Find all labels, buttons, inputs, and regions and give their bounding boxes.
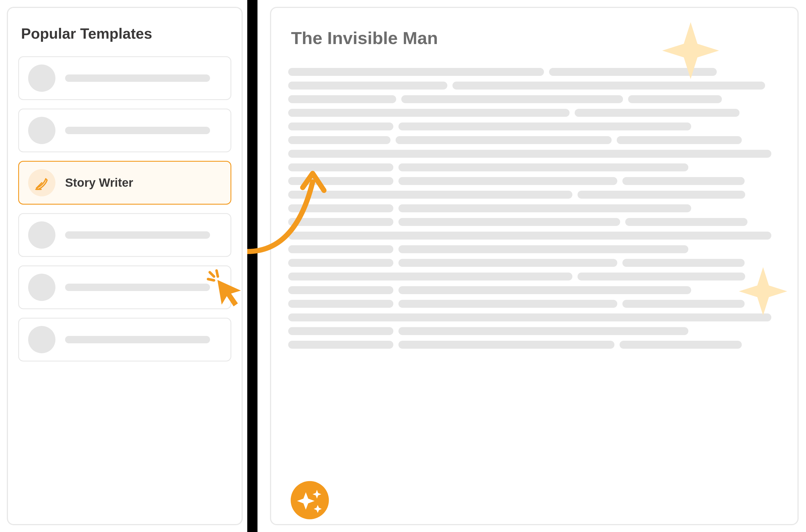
text-placeholder bbox=[288, 68, 544, 76]
template-label: Story Writer bbox=[65, 176, 133, 190]
text-placeholder bbox=[288, 204, 394, 212]
text-placeholder bbox=[288, 218, 394, 226]
text-placeholder bbox=[288, 341, 394, 349]
sidebar-popular-templates: Popular Templates Story Writer bbox=[7, 7, 243, 525]
text-placeholder bbox=[288, 286, 394, 294]
text-placeholder bbox=[396, 136, 612, 144]
vertical-divider bbox=[247, 0, 257, 532]
text-placeholder bbox=[288, 122, 394, 130]
template-item[interactable] bbox=[18, 213, 231, 257]
text-placeholder bbox=[399, 164, 688, 171]
text-placeholder bbox=[399, 122, 691, 130]
text-placeholder bbox=[288, 109, 570, 117]
text-placeholder bbox=[399, 204, 691, 212]
template-item[interactable] bbox=[18, 265, 231, 309]
text-placeholder bbox=[288, 150, 771, 158]
text-placeholder bbox=[577, 272, 745, 281]
template-item-story-writer[interactable]: Story Writer bbox=[18, 161, 231, 205]
template-item[interactable] bbox=[18, 56, 231, 100]
text-placeholder bbox=[288, 95, 396, 103]
template-icon-placeholder bbox=[28, 117, 55, 144]
text-placeholder bbox=[617, 136, 742, 144]
text-placeholder bbox=[619, 341, 742, 349]
text-placeholder bbox=[399, 341, 614, 349]
text-placeholder bbox=[628, 95, 722, 103]
template-label-placeholder bbox=[65, 74, 210, 82]
quill-icon bbox=[28, 169, 55, 196]
text-placeholder bbox=[288, 300, 394, 308]
template-icon-placeholder bbox=[28, 326, 55, 353]
text-placeholder bbox=[399, 245, 688, 253]
template-item[interactable] bbox=[18, 318, 231, 361]
text-placeholder bbox=[399, 177, 617, 185]
text-placeholder bbox=[575, 109, 740, 117]
template-item[interactable] bbox=[18, 109, 231, 152]
text-placeholder bbox=[622, 177, 745, 185]
template-icon-placeholder bbox=[28, 64, 55, 92]
text-placeholder bbox=[399, 286, 691, 294]
text-placeholder bbox=[288, 259, 394, 267]
text-placeholder bbox=[399, 259, 617, 267]
text-placeholder bbox=[288, 177, 394, 185]
text-placeholder bbox=[625, 218, 747, 226]
template-label-placeholder bbox=[65, 284, 210, 291]
document-body-placeholder bbox=[288, 68, 781, 349]
document-title: The Invisible Man bbox=[291, 28, 781, 48]
template-icon-placeholder bbox=[28, 274, 55, 301]
text-placeholder bbox=[399, 218, 620, 226]
template-label-placeholder bbox=[65, 336, 210, 343]
text-placeholder bbox=[549, 68, 717, 76]
text-placeholder bbox=[401, 95, 623, 103]
document-preview: The Invisible Man bbox=[270, 7, 799, 525]
text-placeholder bbox=[288, 327, 394, 335]
template-icon-placeholder bbox=[28, 221, 55, 249]
text-placeholder bbox=[453, 81, 765, 90]
text-placeholder bbox=[577, 191, 745, 198]
template-label-placeholder bbox=[65, 231, 210, 239]
text-placeholder bbox=[399, 327, 688, 335]
sidebar-title: Popular Templates bbox=[21, 25, 229, 42]
text-placeholder bbox=[288, 245, 394, 253]
text-placeholder bbox=[288, 272, 572, 281]
template-label-placeholder bbox=[65, 127, 210, 134]
text-placeholder bbox=[622, 300, 745, 308]
text-placeholder bbox=[288, 191, 572, 198]
text-placeholder bbox=[399, 300, 617, 308]
text-placeholder bbox=[288, 81, 447, 90]
text-placeholder bbox=[288, 136, 390, 144]
text-placeholder bbox=[288, 164, 394, 171]
text-placeholder bbox=[288, 232, 771, 240]
text-placeholder bbox=[622, 259, 745, 267]
text-placeholder bbox=[288, 314, 771, 321]
